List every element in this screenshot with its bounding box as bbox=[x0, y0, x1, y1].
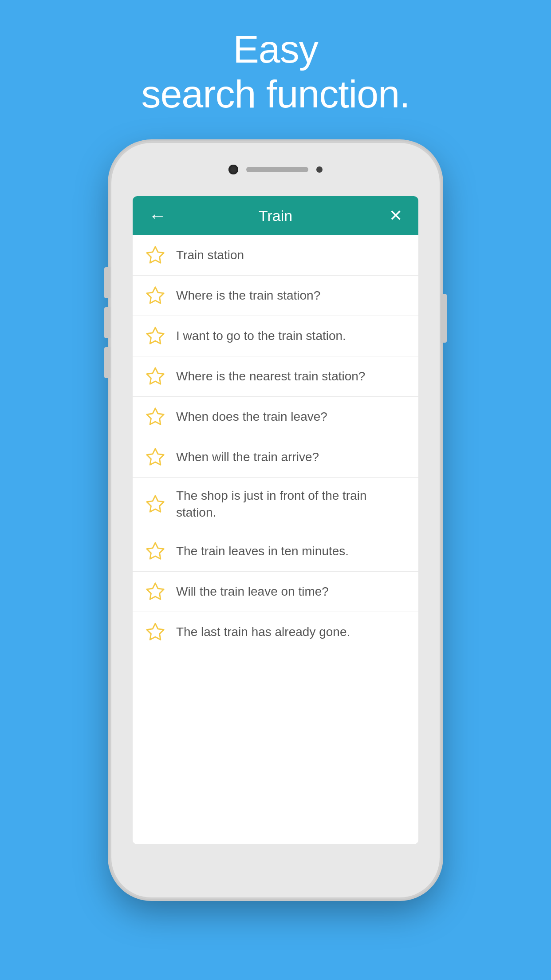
star-icon[interactable] bbox=[145, 622, 165, 642]
svg-marker-9 bbox=[147, 624, 164, 640]
headline: Easy search function. bbox=[141, 27, 409, 116]
svg-marker-8 bbox=[147, 583, 164, 599]
star-icon[interactable] bbox=[145, 285, 165, 306]
svg-marker-2 bbox=[147, 328, 164, 344]
headline-line1: Easy bbox=[233, 27, 318, 71]
list-item[interactable]: Where is the train station? bbox=[133, 276, 418, 316]
svg-marker-4 bbox=[147, 408, 164, 424]
list-item[interactable]: The last train has already gone. bbox=[133, 612, 418, 652]
app-header: ← Train ✕ bbox=[133, 196, 418, 235]
phrase-text: Where is the train station? bbox=[176, 287, 320, 304]
svg-marker-3 bbox=[147, 368, 164, 384]
phone-mockup: ← Train ✕ Train station Where is the tra… bbox=[111, 143, 440, 897]
list-item[interactable]: When does the train leave? bbox=[133, 397, 418, 437]
phrase-text: Will the train leave on time? bbox=[176, 583, 329, 600]
svg-marker-6 bbox=[147, 496, 164, 512]
star-icon[interactable] bbox=[145, 581, 165, 602]
phrase-text: When does the train leave? bbox=[176, 408, 327, 425]
phrase-text: The shop is just in front of the train s… bbox=[176, 487, 406, 521]
star-icon[interactable] bbox=[145, 407, 165, 427]
phone-screen: ← Train ✕ Train station Where is the tra… bbox=[133, 196, 418, 844]
list-item[interactable]: The shop is just in front of the train s… bbox=[133, 478, 418, 531]
star-icon[interactable] bbox=[145, 245, 165, 265]
phrase-text: I want to go to the train station. bbox=[176, 328, 346, 344]
list-item[interactable]: The train leaves in ten minutes. bbox=[133, 531, 418, 572]
svg-marker-5 bbox=[147, 449, 164, 465]
svg-marker-7 bbox=[147, 543, 164, 559]
screen-title: Train bbox=[259, 207, 292, 225]
sensor-dot bbox=[316, 166, 323, 173]
back-button[interactable]: ← bbox=[149, 206, 166, 226]
star-icon[interactable] bbox=[145, 447, 165, 467]
phone-bezel-top bbox=[111, 143, 440, 196]
phrase-text: When will the train arrive? bbox=[176, 449, 319, 466]
list-item[interactable]: Train station bbox=[133, 235, 418, 276]
list-item[interactable]: When will the train arrive? bbox=[133, 437, 418, 478]
phrase-text: Train station bbox=[176, 247, 244, 264]
list-item[interactable]: I want to go to the train station. bbox=[133, 316, 418, 356]
star-icon[interactable] bbox=[145, 494, 165, 514]
phrase-text: Where is the nearest train station? bbox=[176, 368, 365, 385]
list-item[interactable]: Where is the nearest train station? bbox=[133, 356, 418, 397]
star-icon[interactable] bbox=[145, 366, 165, 387]
phrase-text: The train leaves in ten minutes. bbox=[176, 543, 349, 560]
speaker-bar bbox=[246, 167, 308, 172]
phrase-text: The last train has already gone. bbox=[176, 624, 350, 640]
star-icon[interactable] bbox=[145, 326, 165, 346]
svg-marker-0 bbox=[147, 247, 164, 263]
camera-dot bbox=[228, 165, 238, 174]
star-icon[interactable] bbox=[145, 541, 165, 561]
phrase-list: Train station Where is the train station… bbox=[133, 235, 418, 844]
headline-line2: search function. bbox=[141, 72, 409, 116]
svg-marker-1 bbox=[147, 287, 164, 303]
list-item[interactable]: Will the train leave on time? bbox=[133, 572, 418, 612]
close-button[interactable]: ✕ bbox=[389, 206, 402, 225]
